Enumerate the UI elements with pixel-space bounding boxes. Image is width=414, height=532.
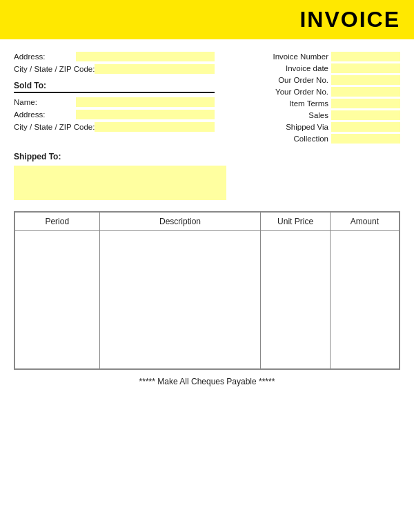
invoice-number-label: Invoice Number [253, 52, 328, 61]
invoice-table: Period Description Unit Price Amount [14, 212, 400, 369]
left-section: Address: City / State / ZIP Code: Sold T… [14, 52, 215, 144]
your-order-row: Your Order No. [230, 87, 400, 97]
header: INVOICE [0, 0, 414, 39]
our-order-row: Our Order No. [230, 75, 400, 85]
item-terms-input[interactable] [331, 99, 400, 108]
right-section: Invoice Number Invoice date Our Order No… [230, 52, 400, 144]
collection-input[interactable] [331, 134, 400, 144]
address-row: Address: [14, 52, 215, 61]
invoice-number-row: Invoice Number [230, 52, 400, 61]
city-row: City / State / ZIP Code: [14, 64, 215, 74]
address-label: Address: [14, 52, 76, 61]
shipped-via-input[interactable] [331, 122, 400, 132]
sold-to-label: Sold To: [14, 81, 215, 93]
table-row [15, 231, 400, 369]
collection-row: Collection [230, 134, 400, 144]
col-unit-price: Unit Price [261, 213, 330, 231]
address2-row: Address: [14, 110, 215, 119]
invoice-date-input[interactable] [331, 63, 400, 73]
item-terms-row: Item Terms [230, 99, 400, 108]
top-section: Address: City / State / ZIP Code: Sold T… [14, 52, 400, 144]
unit-price-cell[interactable] [261, 231, 330, 369]
city-label: City / State / ZIP Code: [14, 65, 95, 73]
footer-text: ***** Make All Cheques Payable ***** [139, 377, 275, 386]
address-input[interactable] [76, 52, 215, 61]
address2-input[interactable] [76, 110, 215, 119]
footer: ***** Make All Cheques Payable ***** [14, 377, 400, 393]
invoice-date-row: Invoice date [230, 63, 400, 73]
sales-input[interactable] [331, 110, 400, 120]
our-order-input[interactable] [331, 75, 400, 85]
main-content: Address: City / State / ZIP Code: Sold T… [0, 39, 414, 400]
shipped-via-row: Shipped Via [230, 122, 400, 132]
your-order-label: Your Order No. [253, 88, 328, 96]
your-order-input[interactable] [331, 87, 400, 97]
shipped-via-label: Shipped Via [253, 123, 328, 131]
name-input[interactable] [76, 97, 215, 107]
item-terms-label: Item Terms [253, 99, 328, 108]
shipped-to-section: Shipped To: [14, 152, 400, 200]
sales-label: Sales [253, 111, 328, 119]
col-amount: Amount [330, 213, 399, 231]
collection-label: Collection [253, 135, 328, 143]
col-period: Period [15, 213, 100, 231]
city2-row: City / State / ZIP Code: [14, 122, 215, 132]
city2-label: City / State / ZIP Code: [14, 123, 95, 131]
sold-to-section: Sold To: [14, 81, 215, 93]
invoice-table-section: Period Description Unit Price Amount [14, 211, 400, 370]
period-cell[interactable] [15, 231, 100, 369]
col-description: Description [99, 213, 261, 231]
description-cell[interactable] [99, 231, 261, 369]
sales-row: Sales [230, 110, 400, 120]
city2-input[interactable] [95, 122, 215, 132]
invoice-number-input[interactable] [331, 52, 400, 61]
amount-cell[interactable] [330, 231, 399, 369]
name-label: Name: [14, 98, 76, 106]
city-input[interactable] [95, 64, 215, 74]
address2-label: Address: [14, 110, 76, 119]
shipped-to-box[interactable] [14, 166, 226, 200]
name-row: Name: [14, 97, 215, 107]
invoice-title: INVOICE [0, 7, 400, 32]
our-order-label: Our Order No. [253, 76, 328, 84]
shipped-to-label: Shipped To: [14, 152, 400, 161]
invoice-date-label: Invoice date [253, 64, 328, 72]
